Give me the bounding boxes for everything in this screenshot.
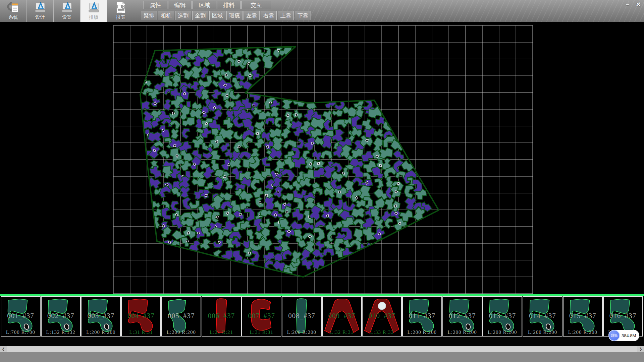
piece-thumbnail-010_#37[interactable]: 010_#37L:33 R:33 [362,296,402,337]
piece-id-label: 013_#37 [483,312,522,320]
nav-bar: 系统设计设置排版报表 [0,0,134,22]
piece-id-label: 004_#37 [122,312,160,320]
piece-thumbnail-014_#37[interactable]: 014_#37L:200 R:200 [523,296,562,337]
minimize-button[interactable]: – [623,1,632,9]
menu-tab-编辑[interactable]: 编辑 [168,1,192,9]
main-toolbar: 系统设计设置排版报表 属性编辑区域排料交互 聚排相机选割全割区域瑕疵左靠右靠上靠… [0,0,644,22]
piece-thumbnail-003_#37[interactable]: 003_#37L:200 R:200 [81,296,121,337]
menu-tab-区域[interactable]: 区域 [193,1,216,9]
piece-lr-count-label: L:200 R:200 [483,329,522,335]
menu-tab-交互[interactable]: 交互 [241,1,271,9]
scroll-right-arrow-icon[interactable]: ❯ [637,346,644,352]
tool-button-上靠[interactable]: 上靠 [278,11,294,20]
piece-lr-count-label: L:200 R:200 [403,329,441,335]
piece-thumbnail-strip: 001_#37L:700 R:700002_#37L:132 R:132003_… [0,296,644,337]
piece-lr-count-label: L:200 R:200 [82,329,120,335]
piece-lr-count-label: L:21 R:21 [202,329,241,335]
design-board-icon [34,1,47,14]
piece-id-label: 007_#37 [242,312,281,320]
nav-item-label: 报表 [116,14,125,20]
nav-item-label: 系统 [9,14,18,20]
window-controls: – ✕ [623,1,643,9]
nav-item-nesting-board[interactable]: 排版 [80,0,107,22]
piece-lr-count-label: L:700 R:700 [1,329,40,335]
tool-button-row: 聚排相机选割全割区域瑕疵左靠右靠上靠下靠 [141,11,311,20]
piece-id-label: 016_#37 [604,312,642,320]
tool-button-相机[interactable]: 相机 [158,11,174,20]
piece-id-label: 002_#37 [42,312,80,320]
piece-thumbnail-008_#37[interactable]: 008_#37L:200 R:200 [282,296,322,337]
piece-thumbnail-012_#37[interactable]: 012_#37L:200 R:200 [442,296,482,337]
piece-thumbnail-001_#37[interactable]: 001_#37L:700 R:700 [1,296,41,337]
piece-thumbnail-009_#37[interactable]: 009_#37L:32 R:31 [322,296,362,337]
piece-lr-count-label: L:31 R:31 [242,329,281,335]
scroll-left-arrow-icon[interactable]: ❮ [0,346,7,352]
piece-thumbnail-013_#37[interactable]: 013_#37L:200 R:200 [482,296,522,337]
nesting-board-icon [87,1,101,14]
close-button[interactable]: ✕ [634,1,643,9]
progress-size-label: 384.8M [622,333,636,338]
piece-id-label: 003_#37 [82,312,120,320]
report-icon [114,1,127,14]
nav-item-settings-board[interactable]: 设置 [54,0,80,22]
tool-button-下靠[interactable]: 下靠 [295,11,311,20]
piece-thumbnail-005_#37[interactable]: 005_#37L:200 R:200 [161,296,201,337]
piece-lr-count-label: L:31 R:31 [122,329,160,335]
piece-id-label: 015_#37 [564,312,602,320]
piece-id-label: 014_#37 [523,312,562,320]
piece-thumbnail-006_#37[interactable]: 006_#37L:21 R:21 [202,296,241,337]
piece-thumbnail-002_#37[interactable]: 002_#37L:132 R:132 [41,296,81,337]
tool-button-全割[interactable]: 全割 [192,11,208,20]
piece-lr-count-label: L:200 R:200 [443,329,482,335]
nested-pieces-layer [137,45,432,279]
piece-lr-count-label: L:200 R:200 [523,329,562,335]
piece-id-label: 012_#37 [443,312,482,320]
piece-id-label: 005_#37 [162,312,201,320]
toolbar-hatch-texture [282,0,644,22]
tool-button-右靠[interactable]: 右靠 [261,11,277,20]
piece-id-label: 006_#37 [202,312,241,320]
bottom-gap-strip [0,337,644,346]
nav-item-label: 设计 [36,14,45,20]
progress-badge[interactable]: 38% 384.8M [608,330,639,341]
tool-button-聚排[interactable]: 聚排 [141,11,157,20]
bottom-status-bar [0,352,644,362]
piece-lr-count-label: L:33 R:33 [363,329,401,335]
tool-button-区域[interactable]: 区域 [209,11,225,20]
progress-percent-circle: 38% [608,330,620,341]
piece-thumbnail-007_#37[interactable]: 007_#37L:31 R:31 [241,296,281,337]
piece-id-label: 008_#37 [282,312,321,320]
settings-board-icon [60,1,74,14]
nesting-canvas-svg [0,22,644,294]
tool-button-选割[interactable]: 选割 [175,11,191,20]
nav-item-gear-doc[interactable]: 系统 [0,0,27,22]
piece-id-label: 009_#37 [323,312,361,320]
piece-lr-count-label: L:32 R:31 [323,329,361,335]
tool-button-瑕疵[interactable]: 瑕疵 [226,11,243,20]
piece-thumbnail-011_#37[interactable]: 011_#37L:200 R:200 [402,296,442,337]
piece-id-label: 001_#37 [1,312,40,320]
piece-thumbnail-004_#37[interactable]: 004_#37L:31 R:31 [121,296,161,337]
piece-lr-count-label: L:200 R:200 [162,329,201,335]
nav-item-report[interactable]: 报表 [107,0,134,22]
nav-item-design-board[interactable]: 设计 [27,0,54,22]
nesting-canvas[interactable] [0,22,644,294]
tool-button-左靠[interactable]: 左靠 [244,11,260,20]
piece-thumbnail-015_#37[interactable]: 015_#37L:200 R:200 [563,296,603,337]
piece-lr-count-label: L:200 R:200 [564,329,602,335]
piece-id-label: 010_#37 [363,312,401,320]
menu-tab-row: 属性编辑区域排料交互 [144,1,271,9]
menu-tab-排料[interactable]: 排料 [217,1,241,9]
piece-id-label: 011_#37 [403,312,441,320]
nav-item-label: 排版 [89,14,99,20]
nav-item-label: 设置 [62,14,72,20]
horizontal-scrollbar[interactable]: ❮ ❯ [0,346,644,352]
piece-lr-count-label: L:200 R:200 [282,329,321,335]
gear-doc-icon [7,1,20,14]
piece-lr-count-label: L:132 R:132 [42,329,80,335]
menu-tab-属性[interactable]: 属性 [144,1,167,9]
